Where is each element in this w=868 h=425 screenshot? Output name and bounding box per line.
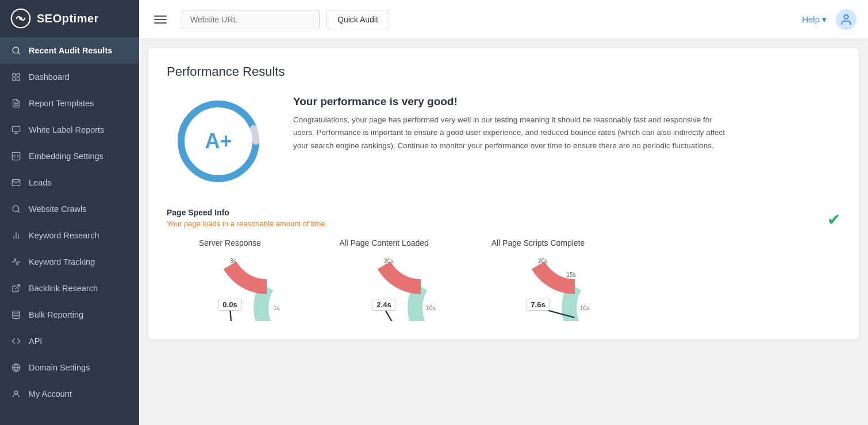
dashboard-icon [10,71,22,83]
gauge-wrap-0: 0s0.5s1s3s 0.0s [167,252,293,321]
check-icon: ✔ [827,210,840,229]
api-icon [10,335,22,347]
gauge-label-2: All Page Scripts Complete [491,238,585,248]
leads-icon [10,177,22,188]
gauge-svg-2: 0s10s15s20s [475,252,601,321]
header: Quick Audit Help ▾ [139,0,868,39]
svg-text:3s: 3s [230,258,236,264]
help-label: Help [802,14,820,24]
svg-line-19 [16,285,20,289]
sidebar-label-my-account: My Account [29,389,72,399]
sidebar-item-recent-audit[interactable]: Recent Audit Results [0,37,139,64]
grade-label: A+ [205,129,232,153]
white-label-icon [10,124,22,136]
svg-rect-10 [12,126,20,132]
domain-settings-icon [10,362,22,373]
gauge-svg-0: 0s0.5s1s3s [167,252,293,321]
gauge-label-0: Server Response [199,238,261,248]
sidebar-item-keyword-research[interactable]: Keyword Research [0,222,139,249]
sidebar-item-keyword-tracking[interactable]: Keyword Tracking [0,249,139,275]
page-speed-header: Page Speed Info Your page loads in a rea… [167,208,840,229]
sidebar-label-keyword-research: Keyword Research [29,231,99,240]
grade-circle: A+ [172,95,264,187]
gauge-wrap-2: 0s10s15s20s 7.6s [475,252,601,321]
page-speed-title: Page Speed Info [167,208,327,217]
sidebar-item-leads[interactable]: Leads [0,169,139,196]
svg-text:20s: 20s [384,258,393,264]
gauge-label-1: All Page Content Loaded [339,238,429,248]
sidebar-label-leads: Leads [29,178,52,187]
header-right: Help ▾ [802,9,857,30]
svg-line-15 [18,211,20,212]
hamburger-line-2 [154,19,167,20]
gauge-value-0: 0.0s [218,299,241,311]
sidebar-item-white-label[interactable]: White Label Reports [0,117,139,143]
sidebar-label-dashboard: Dashboard [29,72,70,82]
content-inner: Performance Results [139,39,868,358]
svg-rect-6 [17,78,20,80]
svg-point-1 [19,17,22,20]
svg-point-20 [13,311,20,313]
svg-text:10s: 10s [580,305,589,311]
sidebar-item-api[interactable]: API [0,328,139,354]
sidebar-label-backlink-research: Backlink Research [29,284,98,293]
sidebar-item-my-account[interactable]: My Account [0,381,139,407]
help-chevron-icon: ▾ [822,14,827,25]
sidebar-nav: Recent Audit ResultsDashboardReport Temp… [0,37,139,425]
gauge-item-1: All Page Content Loaded 0s5s10s20s 2.4s [321,238,447,321]
sidebar-label-domain-settings: Domain Settings [29,363,90,372]
user-avatar-button[interactable] [836,9,857,30]
performance-heading: Your performance is very good! [293,95,730,108]
hamburger-menu-button[interactable] [151,12,170,27]
performance-body: Congratulations, your page has performed… [293,114,730,152]
svg-line-3 [18,52,20,54]
sidebar: SEOptimer Recent Audit ResultsDashboardR… [0,0,139,425]
website-url-input[interactable] [182,10,320,29]
sidebar-item-website-crawls[interactable]: Website Crawls [0,196,139,222]
svg-rect-5 [17,74,20,76]
sidebar-label-embedding: Embedding Settings [29,152,103,161]
sidebar-label-website-crawls: Website Crawls [29,204,86,214]
hamburger-line-1 [154,16,167,17]
svg-rect-7 [13,78,16,80]
seoptimer-logo-icon [10,8,31,29]
performance-text: Your performance is very good! Congratul… [293,95,730,152]
sidebar-label-bulk-reporting: Bulk Reporting [29,310,83,319]
gauge-item-2: All Page Scripts Complete 0s10s15s20s 7.… [475,238,601,321]
sidebar-item-domain-settings[interactable]: Domain Settings [0,354,139,381]
gauge-item-0: Server Response 0s0.5s1s3s 0.0s [167,238,293,321]
gauges-row: Server Response 0s0.5s1s3s 0.0sAll Page … [167,238,840,321]
sidebar-label-report-templates: Report Templates [29,99,94,108]
svg-point-23 [14,391,17,394]
sidebar-item-bulk-reporting[interactable]: Bulk Reporting [0,302,139,328]
sidebar-label-recent-audit: Recent Audit Results [29,46,112,55]
sidebar-item-report-templates[interactable]: Report Templates [0,90,139,117]
keyword-research-icon [10,230,22,241]
page-speed-section: Page Speed Info Your page loads in a rea… [167,208,840,321]
hamburger-line-3 [154,22,167,24]
performance-card: Performance Results [148,48,859,339]
svg-point-24 [844,14,848,18]
content-area: Performance Results [139,39,868,425]
quick-audit-button[interactable]: Quick Audit [327,10,389,29]
recent-audit-icon [10,45,22,56]
sidebar-item-dashboard[interactable]: Dashboard [0,64,139,90]
sidebar-item-embedding[interactable]: Embedding Settings [0,143,139,169]
sidebar-item-backlink-research[interactable]: Backlink Research [0,275,139,302]
gauge-svg-1: 0s5s10s20s [321,252,447,321]
grade-circle-wrap: A+ [167,95,270,187]
backlink-research-icon [10,283,22,294]
sidebar-logo: SEOptimer [0,0,139,37]
sidebar-label-keyword-tracking: Keyword Tracking [29,257,95,266]
help-button[interactable]: Help ▾ [802,14,827,25]
main-wrapper: Quick Audit Help ▾ Performance Results [139,0,868,425]
page-speed-left: Page Speed Info Your page loads in a rea… [167,208,327,228]
user-icon [840,13,852,26]
svg-text:10s: 10s [426,305,435,311]
gauge-wrap-1: 0s5s10s20s 2.4s [321,252,447,321]
gauge-value-2: 7.6s [526,299,550,311]
embedding-icon [10,150,22,162]
report-templates-icon [10,98,22,109]
sidebar-label-white-label: White Label Reports [29,125,104,134]
svg-rect-4 [13,74,16,76]
